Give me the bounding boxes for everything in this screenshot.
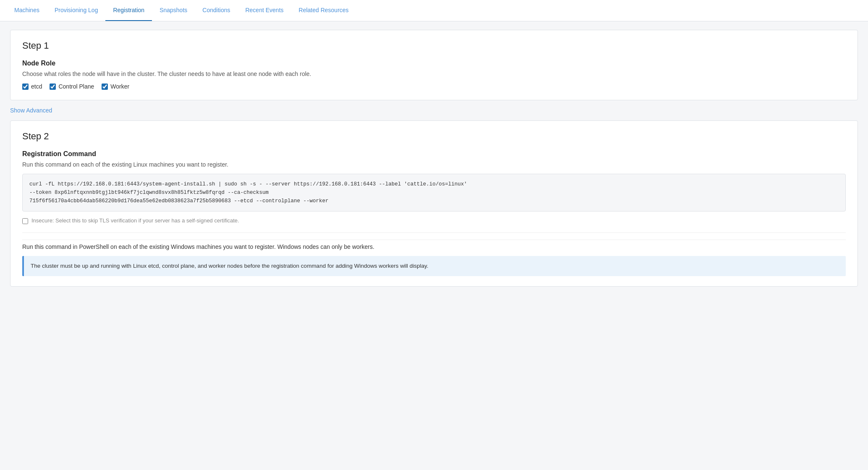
checkbox-etcd[interactable]: etcd <box>22 83 42 90</box>
insecure-checkbox[interactable] <box>22 218 28 224</box>
tab-registration[interactable]: Registration <box>105 0 152 21</box>
control-plane-checkbox[interactable] <box>50 84 56 90</box>
reg-command-desc: Run this command on each of the existing… <box>22 161 846 168</box>
windows-info-box: The cluster must be up and running with … <box>22 256 846 276</box>
etcd-checkbox[interactable] <box>22 84 29 90</box>
checkbox-row: etcd Control Plane Worker <box>22 83 846 90</box>
tab-machines[interactable]: Machines <box>7 0 47 21</box>
node-role-title: Node Role <box>22 60 846 67</box>
registration-code[interactable]: curl -fL https://192.168.0.181:6443/syst… <box>22 174 846 212</box>
tab-recent-events[interactable]: Recent Events <box>238 0 291 21</box>
checkbox-control-plane[interactable]: Control Plane <box>50 83 94 90</box>
step2-title: Step 2 <box>22 131 846 142</box>
step2-card: Step 2 Registration Command Run this com… <box>10 120 858 287</box>
checkbox-worker[interactable]: Worker <box>102 83 129 90</box>
node-role-desc: Choose what roles the node will have in … <box>22 70 846 77</box>
control-plane-label: Control Plane <box>58 83 94 90</box>
windows-desc: Run this command in PowerShell on each o… <box>22 240 846 250</box>
tab-snapshots[interactable]: Snapshots <box>152 0 195 21</box>
reg-command-title: Registration Command <box>22 150 846 158</box>
tab-provisioning-log[interactable]: Provisioning Log <box>47 0 106 21</box>
divider <box>22 232 846 233</box>
step1-title: Step 1 <box>22 40 846 51</box>
worker-label: Worker <box>110 83 129 90</box>
step1-card: Step 1 Node Role Choose what roles the n… <box>10 30 858 100</box>
worker-checkbox[interactable] <box>102 84 108 90</box>
insecure-row: Insecure: Select this to skip TLS verifi… <box>22 217 846 224</box>
tab-conditions[interactable]: Conditions <box>195 0 238 21</box>
tab-bar: Machines Provisioning Log Registration S… <box>0 0 868 21</box>
tab-related-resources[interactable]: Related Resources <box>291 0 356 21</box>
etcd-label: etcd <box>31 83 42 90</box>
page-content: Step 1 Node Role Choose what roles the n… <box>0 21 868 470</box>
insecure-label: Insecure: Select this to skip TLS verifi… <box>31 217 239 224</box>
show-advanced-link[interactable]: Show Advanced <box>10 107 52 114</box>
